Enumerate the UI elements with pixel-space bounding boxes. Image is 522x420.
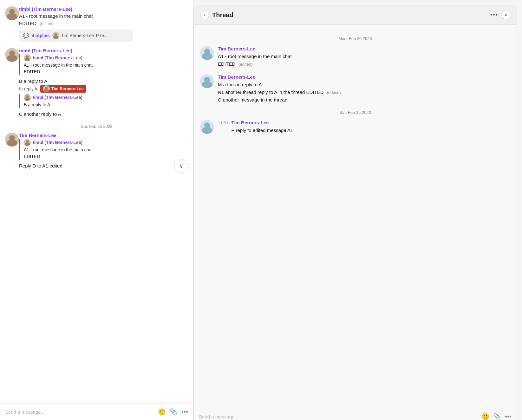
close-icon: × bbox=[505, 12, 507, 17]
quoted-block-3: timbl (Tim Berners-Lee) A1 - root messag… bbox=[19, 139, 188, 160]
replies-name: Tim Berners-Lee bbox=[61, 33, 94, 38]
thread-date-sep-2: Sat, Feb 25 2023 bbox=[200, 110, 510, 115]
sub-quoted-username: timbl (Tim Berners-Lee) bbox=[24, 94, 188, 101]
thread-message-3: 11:53 Tim Berners-Lee P reply to edited … bbox=[200, 120, 510, 134]
thread-content-2: Tim Berners-Lee M a thread reply to A N1… bbox=[218, 74, 510, 104]
date-separator-1: Sat, Feb 25 2023 bbox=[5, 124, 188, 129]
quoted-avatar bbox=[24, 54, 31, 61]
thread-panel: ‹ Thread ••• × Mon, Feb 20 2023 Tim Bern… bbox=[193, 5, 517, 420]
message-text-1: A1 - root message in the main chat EDITE… bbox=[19, 13, 188, 27]
message-content-1: timbl (Tim Berners-Lee) A1 - root messag… bbox=[19, 6, 188, 42]
thread-message-2: Tim Berners-Lee M a thread reply to A N1… bbox=[200, 74, 510, 104]
thread-title: Thread bbox=[212, 11, 487, 19]
thread-content-3: Tim Berners-Lee P reply to edited messag… bbox=[232, 120, 510, 134]
chevron-left-icon: ‹ bbox=[204, 12, 206, 17]
messages-list: timbl (Tim Berners-Lee) A1 - root messag… bbox=[0, 0, 193, 403]
thread-text-1: A1 - root message in the main chat EDITE… bbox=[218, 53, 510, 68]
thread-time-label: 11:53 bbox=[218, 121, 228, 125]
sub-quoted-avatar bbox=[24, 94, 31, 101]
replies-avatar bbox=[52, 32, 59, 39]
avatar-timbl-3 bbox=[5, 133, 19, 147]
thread-avatar-1 bbox=[200, 46, 214, 60]
thread-back-button[interactable]: ‹ bbox=[200, 10, 209, 19]
main-chat-panel: timbl (Tim Berners-Lee) A1 - root messag… bbox=[0, 0, 193, 420]
msg2-main-text: B a reply to A bbox=[19, 78, 188, 85]
replies-count: 4 replies bbox=[32, 33, 50, 38]
thread-input-placeholder[interactable]: Send a message... bbox=[199, 414, 478, 419]
attachment-icon[interactable]: 📎 bbox=[170, 408, 178, 416]
avatar-timbl-2 bbox=[5, 48, 19, 62]
thread-content-1: Tim Berners-Lee A1 - root message in the… bbox=[218, 46, 510, 68]
msg1-line1: A1 - root message in the main chat bbox=[19, 13, 93, 19]
thread-edited-1: (edited) bbox=[238, 62, 252, 67]
replies-text: P re... bbox=[96, 33, 108, 38]
more-options-icon[interactable]: ••• bbox=[181, 408, 188, 416]
main-chat-input-bar: Send a message... 🙂 📎 ••• bbox=[0, 403, 193, 420]
thread-username-1: Tim Berners-Lee bbox=[218, 46, 510, 51]
thread-date-sep-1: Mon, Feb 20 2023 bbox=[200, 36, 510, 41]
message-content-2: timbl (Tim Berners-Lee) timbl (Tim Berne… bbox=[19, 48, 188, 118]
quoted-username-3: timbl (Tim Berners-Lee) bbox=[24, 139, 188, 146]
mention-badge[interactable]: Tim Berners-Lee bbox=[40, 85, 86, 93]
quoted-text-3: A1 - root message in the main chat EDITE… bbox=[24, 147, 188, 160]
thread-edited-2: (edited) bbox=[327, 90, 341, 95]
msg1-line2: EDITED bbox=[19, 21, 36, 26]
thread-username-3: Tim Berners-Lee bbox=[232, 120, 510, 125]
thread-text-3: P reply to edited message A1 bbox=[232, 127, 510, 134]
chevron-down-icon: ∨ bbox=[179, 162, 183, 169]
message-block-2: timbl (Tim Berners-Lee) timbl (Tim Berne… bbox=[5, 48, 188, 118]
mention-avatar bbox=[43, 85, 50, 92]
thread-text-2: M a thread reply to A N1 another thread … bbox=[218, 81, 510, 104]
thread-message-1: Tim Berners-Lee A1 - root message in the… bbox=[200, 46, 510, 68]
thread-input-bar: Send a message... 🙂 📎 ••• bbox=[194, 408, 517, 420]
thread-messages-list: Mon, Feb 20 2023 Tim Berners-Lee A1 - ro… bbox=[194, 25, 517, 408]
username-2: timbl (Tim Berners-Lee) bbox=[19, 48, 188, 53]
quoted-username-1: timbl (Tim Berners-Lee) bbox=[24, 54, 188, 61]
replies-bar[interactable]: 💬 4 replies Tim Berners-Lee P re... bbox=[19, 30, 133, 42]
emoji-icon[interactable]: 🙂 bbox=[158, 408, 166, 416]
quoted-block-1: timbl (Tim Berners-Lee) A1 - root messag… bbox=[19, 54, 188, 75]
thread-more-options-icon[interactable]: ••• bbox=[505, 413, 512, 420]
msg2-extra-text: C another reply to A bbox=[19, 111, 188, 118]
username-1: timbl (Tim Berners-Lee) bbox=[19, 6, 188, 12]
thread-username-2: Tim Berners-Lee bbox=[218, 74, 510, 80]
in-reply-to: In reply to Tim Berners-Lee bbox=[19, 85, 188, 93]
thread-more-button[interactable]: ••• bbox=[490, 12, 498, 18]
msg3-main-text: Reply D to A1 edited bbox=[19, 162, 188, 170]
username-3: Tim Berners-Lee bbox=[19, 133, 188, 138]
thread-emoji-icon[interactable]: 🙂 bbox=[481, 413, 489, 420]
message-block-1: timbl (Tim Berners-Lee) A1 - root messag… bbox=[5, 6, 188, 42]
quoted-avatar-3 bbox=[24, 139, 31, 146]
replies-preview: Tim Berners-Lee P re... bbox=[52, 32, 108, 39]
thread-header: ‹ Thread ••• × bbox=[194, 5, 517, 25]
thread-avatar-2 bbox=[200, 74, 214, 88]
sub-quoted-text: B a reply to A bbox=[24, 102, 188, 108]
avatar-timbl-1 bbox=[5, 6, 19, 20]
thread-close-button[interactable]: × bbox=[501, 10, 510, 19]
thread-avatar-3 bbox=[200, 120, 214, 134]
quoted-block-2: timbl (Tim Berners-Lee) B a reply to A bbox=[19, 94, 188, 108]
message-content-3: Tim Berners-Lee timbl (Tim Berners-Lee) … bbox=[19, 133, 188, 170]
quoted-text-1: A1 - root message in the main chat EDITE… bbox=[24, 62, 188, 75]
main-input-placeholder[interactable]: Send a message... bbox=[5, 409, 154, 415]
scroll-down-button[interactable]: ∨ bbox=[174, 159, 188, 173]
thread-attachment-icon[interactable]: 📎 bbox=[493, 413, 501, 420]
msg1-edited: (edited) bbox=[40, 21, 54, 26]
message-block-3: Tim Berners-Lee timbl (Tim Berners-Lee) … bbox=[5, 133, 188, 170]
replies-icon: 💬 bbox=[23, 33, 29, 39]
